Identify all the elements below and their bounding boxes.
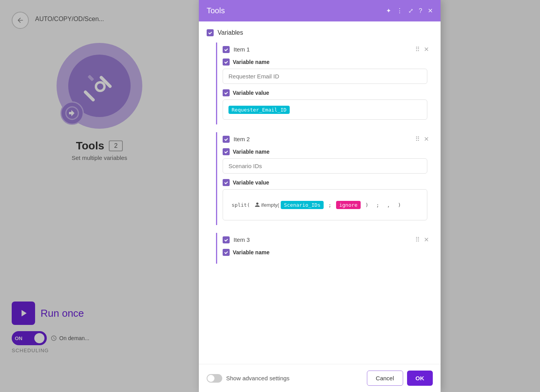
variables-checkbox[interactable] — [207, 29, 214, 36]
item-2-varvalue-box[interactable]: split( ifempty( Scenario_IDs ; ignore ) … — [223, 189, 427, 220]
item-3-drag-icon[interactable]: ⠿ — [415, 236, 420, 243]
show-advanced-row: Show advanced settings — [207, 374, 290, 383]
item-1-varvalue-checkbox[interactable] — [223, 89, 230, 96]
tools-modal: Tools ✦ ⋮ ⤢ ? ✕ Variables Item 1 — [199, 0, 441, 392]
item-2-token-close1: ) — [362, 201, 372, 209]
modal-body: Variables Item 1 ⠿ ✕ — [199, 21, 441, 364]
variables-label: Variables — [218, 29, 243, 36]
item-1-header: Item 1 ⠿ ✕ — [217, 43, 433, 56]
item-3-header-left: Item 3 — [223, 236, 250, 243]
item-2-varname-input[interactable] — [223, 158, 427, 174]
item-1-varvalue-label-row: Variable value — [223, 89, 427, 96]
item-1-varname-label: Variable name — [233, 59, 269, 65]
item-2-token-close2: ) — [395, 201, 404, 209]
item-1-varvalue-box[interactable]: Requester_Email_ID — [223, 99, 427, 120]
item-3-close-icon[interactable]: ✕ — [424, 236, 429, 243]
close-icon[interactable]: ✕ — [428, 7, 433, 14]
item-3-varname-checkbox[interactable] — [223, 249, 230, 256]
item-3-label: Item 3 — [234, 236, 250, 243]
fullscreen-icon[interactable]: ⤢ — [408, 7, 413, 14]
item-1-label: Item 1 — [234, 46, 250, 53]
cancel-button[interactable]: Cancel — [367, 371, 403, 386]
item-card-1: Item 1 ⠿ ✕ Variable name — [216, 43, 433, 124]
help-icon[interactable]: ? — [419, 7, 422, 14]
item-2-varname-checkbox[interactable] — [223, 148, 230, 155]
modal-header-icons: ✦ ⋮ ⤢ ? ✕ — [386, 7, 433, 14]
item-2-varvalue-label: Variable value — [233, 179, 269, 186]
item-1-close-icon[interactable]: ✕ — [424, 46, 429, 53]
item-1-varname-label-row: Variable name — [223, 59, 427, 66]
item-2-token-ignore: ignore — [336, 201, 361, 209]
item-2-token-split: split( — [228, 201, 253, 209]
item-card-3: Item 3 ⠿ ✕ Variable name — [216, 233, 433, 264]
item-2-label: Item 2 — [234, 136, 250, 142]
show-advanced-label: Show advanced settings — [226, 375, 290, 381]
item-3-varname-label: Variable name — [233, 249, 269, 255]
item-1-actions: ⠿ ✕ — [415, 46, 429, 53]
sparkles-icon[interactable]: ✦ — [386, 7, 391, 14]
item-2-checkbox[interactable] — [223, 136, 230, 143]
variables-header: Variables — [207, 29, 433, 36]
item-3-checkbox[interactable] — [223, 236, 230, 243]
item-1-varname-checkbox[interactable] — [223, 59, 230, 66]
item-card-2: Item 2 ⠿ ✕ Variable name — [216, 132, 433, 225]
show-advanced-toggle[interactable] — [207, 374, 222, 383]
item-1-checkbox[interactable] — [223, 46, 230, 53]
item-3-fields: Variable name — [217, 247, 433, 264]
more-vert-icon[interactable]: ⋮ — [397, 7, 403, 14]
item-1-fields: Variable name Variable value Requester_E… — [217, 56, 433, 124]
toggle-off-circle — [207, 375, 214, 382]
item-1-varvalue-label: Variable value — [233, 90, 269, 96]
modal-title: Tools — [207, 6, 225, 15]
item-2-close-icon[interactable]: ✕ — [424, 135, 429, 143]
item-3-header: Item 3 ⠿ ✕ — [217, 233, 433, 247]
item-2-varname-label-row: Variable name — [223, 148, 427, 155]
item-3-actions: ⠿ ✕ — [415, 236, 429, 243]
item-1-token-email: Requester_Email_ID — [228, 106, 290, 114]
item-2-header: Item 2 ⠿ ✕ — [217, 132, 433, 146]
modal-footer: Show advanced settings Cancel OK — [199, 364, 441, 392]
item-2-token-user-icon: ifempty( — [255, 202, 279, 208]
item-1-varname-input[interactable] — [223, 69, 427, 84]
item-1-header-left: Item 1 — [223, 46, 250, 53]
ok-button[interactable]: OK — [407, 371, 433, 386]
item-2-varvalue-checkbox[interactable] — [223, 179, 230, 186]
item-2-token-semi2: ; — [373, 201, 382, 209]
item-2-token-comma: , — [384, 201, 393, 209]
item-2-token-semi1: ; — [325, 201, 335, 209]
item-2-actions: ⠿ ✕ — [415, 135, 429, 143]
item-2-drag-icon[interactable]: ⠿ — [415, 135, 420, 143]
item-2-varvalue-label-row: Variable value — [223, 179, 427, 186]
item-2-fields: Variable name Variable value split( ifem… — [217, 146, 433, 225]
footer-buttons: Cancel OK — [367, 371, 433, 386]
item-2-header-left: Item 2 — [223, 136, 250, 143]
item-3-varname-label-row: Variable name — [223, 249, 427, 256]
item-1-drag-icon[interactable]: ⠿ — [415, 46, 420, 53]
item-2-varname-label: Variable name — [233, 149, 269, 155]
modal-header: Tools ✦ ⋮ ⤢ ? ✕ — [199, 0, 441, 21]
item-2-token-scenario: Scenario_IDs — [281, 201, 324, 209]
